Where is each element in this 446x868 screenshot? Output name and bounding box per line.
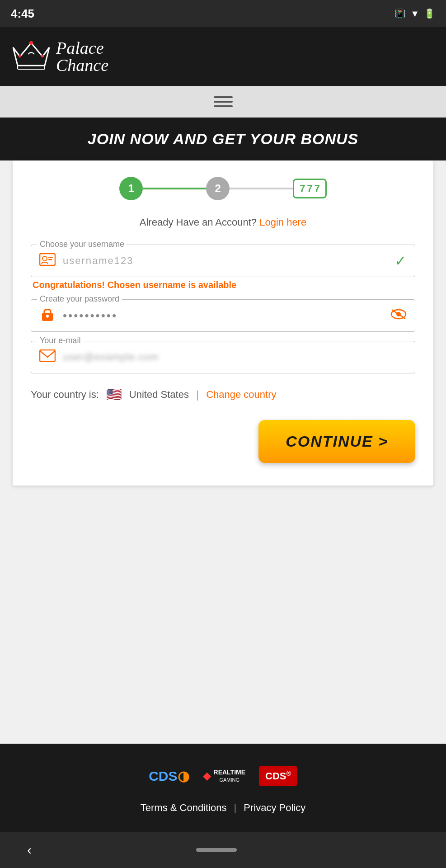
brand-text: Palace Chance: [56, 39, 108, 74]
svg-rect-7: [48, 257, 53, 258]
wifi-icon: ▼: [410, 9, 419, 19]
cds-certified-logo: CDS®: [259, 766, 297, 786]
vibrate-icon: 📳: [394, 8, 406, 19]
progress-steps: 1 2 7 7 7: [31, 177, 415, 200]
account-prompt: Already Have an Account? Login here: [31, 217, 415, 228]
country-divider: |: [196, 388, 199, 401]
continue-button-container: CONTINUE >: [31, 420, 415, 463]
email-field-group: Your e-mail: [31, 341, 415, 373]
privacy-link[interactable]: Privacy Policy: [244, 802, 305, 814]
username-label: Choose your username: [37, 240, 127, 249]
password-input[interactable]: [63, 309, 390, 323]
change-country-link[interactable]: Change country: [206, 389, 276, 401]
footer-links: Terms & Conditions | Privacy Policy: [9, 802, 437, 814]
bottom-nav: ‹: [0, 832, 446, 868]
hamburger-menu[interactable]: [214, 96, 233, 107]
cds-logo: CDS◑: [149, 768, 189, 784]
email-input-wrapper: [31, 341, 415, 373]
logo-container: Palace Chance: [11, 39, 108, 74]
username-check-icon: ✓: [394, 252, 407, 269]
step-line-1-2: [143, 188, 206, 189]
terms-link[interactable]: Terms & Conditions: [141, 802, 227, 814]
svg-point-6: [42, 256, 47, 261]
username-input-wrapper: ✓: [31, 245, 415, 277]
country-flag: 🇺🇸: [106, 387, 122, 402]
crown-icon: [11, 41, 52, 72]
svg-point-2: [19, 55, 21, 57]
step-3: 7 7 7: [293, 179, 327, 198]
hamburger-line-2: [214, 101, 233, 103]
country-row: Your country is: 🇺🇸 United States | Chan…: [31, 387, 415, 402]
rtg-text: REALTIMEGAMING: [214, 769, 246, 784]
user-icon: [39, 253, 56, 269]
continue-button[interactable]: CONTINUE >: [258, 420, 415, 463]
step-line-2-3: [230, 188, 293, 189]
battery-icon: 🔋: [424, 8, 435, 19]
username-success-message: Congratulations! Chosen username is avai…: [31, 280, 415, 290]
username-field-group: Choose your username ✓ Congratulations: [31, 245, 415, 290]
join-banner-title: JOIN NOW AND GET YOUR BONUS: [9, 130, 437, 148]
rtg-diamond-icon: ◆: [203, 769, 211, 782]
status-time: 4:45: [11, 7, 34, 21]
svg-point-3: [41, 55, 44, 57]
svg-rect-15: [40, 350, 55, 362]
email-input[interactable]: [63, 351, 407, 363]
back-button[interactable]: ‹: [27, 842, 32, 858]
username-input[interactable]: [63, 255, 394, 267]
password-field-group: Create your password: [31, 299, 415, 332]
footer-divider: |: [234, 802, 237, 814]
home-indicator[interactable]: [196, 848, 237, 852]
svg-rect-11: [47, 316, 48, 318]
step-2: 2: [206, 177, 230, 200]
password-label: Create your password: [37, 294, 122, 304]
footer: CDS◑ ◆ REALTIMEGAMING CDS® Terms & Condi…: [0, 744, 446, 832]
join-banner: JOIN NOW AND GET YOUR BONUS: [0, 118, 446, 160]
country-name: United States: [129, 389, 189, 401]
app-header: Palace Chance: [0, 27, 446, 86]
hamburger-line-3: [214, 105, 233, 107]
eye-icon[interactable]: [390, 308, 407, 323]
email-icon: [39, 349, 56, 365]
status-icons: 📳 ▼ 🔋: [394, 8, 435, 19]
status-bar: 4:45 📳 ▼ 🔋: [0, 0, 446, 27]
svg-marker-0: [13, 43, 49, 66]
hamburger-line-1: [214, 96, 233, 98]
rtg-logo: ◆ REALTIMEGAMING: [203, 769, 246, 784]
login-link[interactable]: Login here: [259, 217, 306, 228]
registration-card: 1 2 7 7 7 Already Have an Account? Login…: [13, 160, 433, 486]
lock-icon: [39, 307, 56, 325]
cds-logo-icon: ◑: [178, 769, 189, 783]
footer-logos: CDS◑ ◆ REALTIMEGAMING CDS®: [9, 766, 437, 786]
svg-rect-8: [48, 259, 52, 260]
nav-bar[interactable]: [0, 86, 446, 118]
step-3-label: 7: [300, 183, 305, 194]
brand-name: Palace Chance: [56, 39, 108, 74]
main-content: JOIN NOW AND GET YOUR BONUS 1 2 7 7 7 Al…: [0, 118, 446, 744]
country-prompt: Your country is:: [31, 389, 99, 401]
step-1: 1: [119, 177, 143, 200]
password-input-wrapper: [31, 299, 415, 332]
email-label: Your e-mail: [37, 336, 83, 345]
svg-point-1: [29, 41, 33, 45]
